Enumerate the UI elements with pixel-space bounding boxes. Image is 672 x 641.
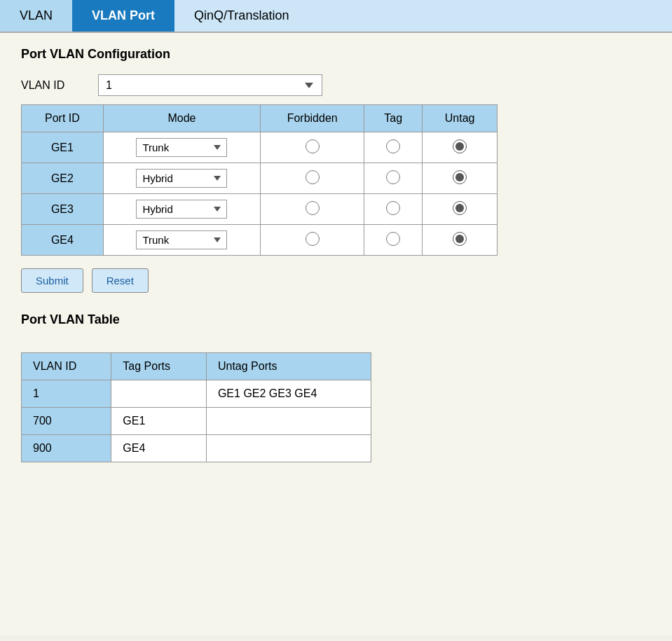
- mode-cell: TrunkHybridAccess: [103, 225, 260, 256]
- untag-cell-ge2: [423, 163, 498, 194]
- vlan-table: VLAN ID Tag Ports Untag Ports 1GE1 GE2 G…: [21, 352, 371, 462]
- vlan-table-vlan-id: 1: [22, 380, 111, 408]
- mode-select-ge2[interactable]: TrunkHybridAccess: [136, 169, 227, 188]
- tab-vlan[interactable]: VLAN: [0, 0, 72, 32]
- tag-radio-ge2[interactable]: [386, 170, 400, 184]
- untag-cell-ge4: [423, 225, 498, 256]
- untag-radio-ge4[interactable]: [453, 232, 467, 246]
- untag-radio-ge1[interactable]: [453, 139, 467, 153]
- forbidden-radio-ge4[interactable]: [306, 232, 320, 246]
- vlan-table-untag-ports: GE1 GE2 GE3 GE4: [206, 380, 371, 408]
- col-header-forbidden: Forbidden: [261, 105, 364, 132]
- submit-button[interactable]: Submit: [21, 268, 83, 293]
- forbidden-cell-ge1: [261, 132, 364, 163]
- tag-radio-ge1[interactable]: [386, 139, 400, 153]
- untag-radio-ge3[interactable]: [453, 201, 467, 215]
- untag-cell-ge3: [423, 194, 498, 225]
- config-section-title: Port VLAN Configuration: [21, 47, 651, 62]
- tab-bar: VLAN VLAN Port QinQ/Translation: [0, 0, 672, 33]
- vlan-table-untag-ports: [206, 408, 371, 435]
- forbidden-radio-ge2[interactable]: [306, 170, 320, 184]
- mode-cell: TrunkHybridAccess: [103, 194, 260, 225]
- vlan-table-tag-ports: [111, 380, 207, 408]
- col-header-mode: Mode: [103, 105, 260, 132]
- forbidden-radio-ge3[interactable]: [306, 201, 320, 215]
- vlan-id-select[interactable]: 1 700 900: [98, 74, 322, 96]
- col-header-tag: Tag: [364, 105, 423, 132]
- vlan-id-label: VLAN ID: [21, 79, 84, 92]
- port-id-cell: GE1: [22, 132, 104, 163]
- vlan-table-col-vlan-id: VLAN ID: [22, 353, 111, 380]
- port-id-cell: GE3: [22, 194, 104, 225]
- mode-select-ge4[interactable]: TrunkHybridAccess: [136, 230, 227, 249]
- main-content: Port VLAN Configuration VLAN ID 1 700 90…: [0, 33, 672, 635]
- forbidden-cell-ge3: [261, 194, 364, 225]
- tag-cell-ge4: [364, 225, 423, 256]
- mode-select-ge1[interactable]: TrunkHybridAccess: [136, 138, 227, 157]
- config-table: Port ID Mode Forbidden Tag Untag GE1Trun…: [21, 104, 498, 256]
- mode-cell: TrunkHybridAccess: [103, 132, 260, 163]
- table-section-title: Port VLAN Table: [21, 312, 651, 327]
- untag-radio-ge2[interactable]: [453, 170, 467, 184]
- mode-cell: TrunkHybridAccess: [103, 163, 260, 194]
- forbidden-cell-ge2: [261, 163, 364, 194]
- forbidden-cell-ge4: [261, 225, 364, 256]
- vlan-table-vlan-id: 900: [22, 435, 111, 462]
- vlan-table-col-tag-ports: Tag Ports: [111, 353, 207, 380]
- tab-vlan-port[interactable]: VLAN Port: [72, 0, 174, 32]
- mode-select-ge3[interactable]: TrunkHybridAccess: [136, 200, 227, 219]
- port-id-cell: GE2: [22, 163, 104, 194]
- tag-cell-ge3: [364, 194, 423, 225]
- vlan-id-row: VLAN ID 1 700 900: [21, 74, 651, 96]
- vlan-table-tag-ports: GE4: [111, 435, 207, 462]
- port-id-cell: GE4: [22, 225, 104, 256]
- col-header-port-id: Port ID: [22, 105, 104, 132]
- untag-cell-ge1: [423, 132, 498, 163]
- tag-cell-ge2: [364, 163, 423, 194]
- tag-radio-ge3[interactable]: [386, 201, 400, 215]
- btn-row: Submit Reset: [21, 268, 651, 293]
- col-header-untag: Untag: [423, 105, 498, 132]
- vlan-table-untag-ports: [206, 435, 371, 462]
- vlan-table-vlan-id: 700: [22, 408, 111, 435]
- vlan-table-col-untag-ports: Untag Ports: [206, 353, 371, 380]
- tab-qinq[interactable]: QinQ/Translation: [174, 0, 308, 32]
- tag-cell-ge1: [364, 132, 423, 163]
- tag-radio-ge4[interactable]: [386, 232, 400, 246]
- vlan-table-tag-ports: GE1: [111, 408, 207, 435]
- forbidden-radio-ge1[interactable]: [306, 139, 320, 153]
- reset-button[interactable]: Reset: [92, 268, 149, 293]
